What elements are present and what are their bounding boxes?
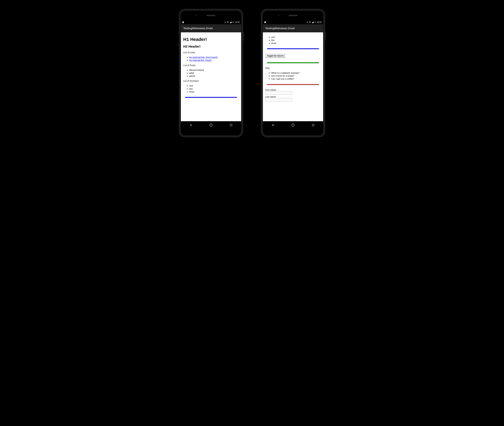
- battery-icon: [232, 21, 234, 23]
- numbers-list: one two three: [183, 84, 239, 93]
- fruits-list: Wassermelone æble pêche: [183, 69, 239, 78]
- list-item: Isn't it time for a break?: [271, 74, 321, 77]
- list-item: three: [189, 90, 239, 93]
- status-bar: 14:57: [263, 20, 323, 24]
- nav-bar: [263, 121, 323, 129]
- last-name-input[interactable]: [265, 98, 292, 101]
- phone-bezel-bottom: [181, 129, 241, 135]
- app-bar: TestingWebviews.Droid: [181, 24, 241, 32]
- phone-bezel-bottom: [263, 129, 323, 135]
- signal-icon: [312, 21, 314, 23]
- list-item: Wassermelone: [189, 69, 239, 71]
- h2-header: H2 Header!: [183, 45, 239, 49]
- fruits-heading: List of Fruits: [183, 64, 239, 66]
- list-item: two: [189, 87, 239, 90]
- nav-bar: [181, 121, 241, 129]
- signal-icon: [230, 21, 232, 23]
- first-name-input[interactable]: [265, 91, 292, 94]
- links-heading: List of Links: [183, 51, 239, 54]
- recent-apps-button[interactable]: [227, 122, 236, 128]
- status-time: 14:57: [317, 21, 322, 23]
- list-item: pêche: [189, 75, 239, 78]
- battery-icon: [314, 21, 316, 23]
- numbers-list: one two three: [265, 36, 321, 45]
- divider-red: [267, 84, 319, 85]
- webview-content[interactable]: H1 Header! H2 Header! List of Links An e…: [181, 32, 241, 121]
- faq-list: What is a calabash anyway? Isn't it time…: [265, 71, 321, 80]
- list-item: æble: [189, 71, 239, 75]
- list-item: Can I get you a coffee?: [271, 77, 321, 80]
- speaker-grille: [289, 15, 298, 16]
- recent-apps-button[interactable]: [309, 122, 318, 128]
- bluetooth-icon: [306, 21, 308, 23]
- internal-link[interactable]: An internal link. Touch!: [189, 59, 212, 61]
- svg-rect-3: [312, 124, 314, 126]
- webview-content[interactable]: one two three Toggle the Secret FAQ What…: [263, 32, 323, 121]
- phone-left: 14:57 TestingWebviews.Droid H1 Header! H…: [179, 9, 243, 137]
- divider-green: [267, 62, 319, 63]
- back-button[interactable]: [186, 122, 195, 128]
- wifi-icon: [309, 21, 311, 23]
- back-button[interactable]: [268, 122, 277, 128]
- phone-bezel-top: [263, 11, 323, 20]
- phone-right: 14:57 TestingWebviews.Droid one two thre…: [261, 9, 325, 137]
- android-debug-icon: [182, 21, 184, 23]
- android-debug-icon: [264, 21, 266, 23]
- phone-bezel-top: [181, 11, 241, 20]
- list-item: one: [189, 84, 239, 87]
- numbers-heading: List of Numbers: [183, 80, 239, 82]
- home-button[interactable]: [289, 122, 298, 128]
- app-title: TestingWebviews.Droid: [183, 27, 213, 30]
- svg-rect-1: [230, 124, 232, 126]
- app-bar: TestingWebviews.Droid: [263, 24, 323, 32]
- first-name-label: First name:: [265, 89, 321, 91]
- divider-blue: [267, 48, 319, 49]
- home-button[interactable]: [206, 122, 215, 128]
- bluetooth-icon: [224, 21, 226, 23]
- svg-point-0: [210, 124, 212, 127]
- toggle-secret-button[interactable]: Toggle the Secret: [265, 54, 285, 58]
- status-time: 14:57: [235, 21, 240, 23]
- svg-point-2: [292, 124, 294, 127]
- list-item: one: [271, 36, 321, 39]
- divider-blue: [185, 97, 237, 98]
- list-item: An internal link. Touch!: [189, 59, 239, 62]
- faq-heading: FAQ: [265, 67, 321, 69]
- h1-header: H1 Header!: [183, 37, 239, 42]
- list-item: What is a calabash anyway?: [271, 71, 321, 74]
- list-item: An external link. Don't touch!: [189, 56, 239, 59]
- camera-icon: [196, 15, 197, 16]
- external-link[interactable]: An external link. Don't touch!: [189, 56, 218, 58]
- list-item: three: [271, 42, 321, 45]
- camera-icon: [278, 15, 279, 16]
- last-name-label: Last name:: [265, 95, 321, 98]
- speaker-grille: [206, 15, 215, 16]
- app-title: TestingWebviews.Droid: [265, 27, 295, 30]
- links-list: An external link. Don't touch! An intern…: [183, 56, 239, 62]
- status-bar: 14:57: [181, 20, 241, 24]
- wifi-icon: [227, 21, 229, 23]
- list-item: two: [271, 39, 321, 42]
